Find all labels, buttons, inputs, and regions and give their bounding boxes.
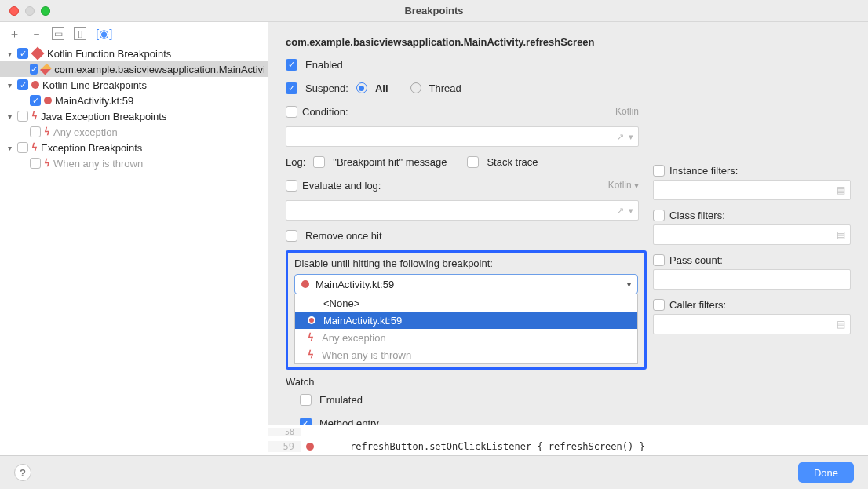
tree-item[interactable]: ϟ Any exception <box>0 124 268 140</box>
checkbox[interactable]: ✓ <box>30 64 38 75</box>
breakpoint-path: com.example.basicviewsapplication.MainAc… <box>286 36 851 48</box>
enabled-label: Enabled <box>305 59 343 71</box>
chevron-down-icon[interactable]: ▾ <box>5 112 14 121</box>
expand-icon[interactable]: ↗ <box>617 132 624 142</box>
group-by-file-icon[interactable]: ▯ <box>74 27 86 40</box>
suspend-thread-radio[interactable] <box>410 82 421 93</box>
condition-lang-hint[interactable]: Kotlin <box>615 106 639 117</box>
exception-bolt-icon: ϟ <box>308 332 314 343</box>
pass-count-checkbox[interactable] <box>653 254 665 266</box>
browse-icon[interactable]: ▤ <box>837 229 845 240</box>
disable-until-label: Disable until hitting the following brea… <box>294 257 638 269</box>
condition-checkbox[interactable] <box>286 106 297 118</box>
kotlin-diamond-icon <box>31 47 45 60</box>
combo-value: MainActivity.kt:59 <box>315 279 394 290</box>
dropdown-item[interactable]: <None> <box>295 294 637 312</box>
checkbox[interactable] <box>30 126 41 137</box>
suspend-all-radio[interactable] <box>356 82 367 93</box>
tree-group[interactable]: ▾ ϟ Exception Breakpoints <box>0 140 268 155</box>
line-breakpoint-icon <box>44 97 52 104</box>
class-filters-input[interactable]: ▤ <box>653 224 851 245</box>
pass-count-input[interactable] <box>653 269 851 290</box>
checkbox[interactable]: ✓ <box>17 79 28 90</box>
dropdown-caret-icon[interactable]: ▾ <box>629 206 633 216</box>
exception-bolt-icon: ϟ <box>44 158 50 169</box>
emulated-checkbox[interactable] <box>300 394 312 406</box>
code-preview: 58 59 refreshButton.setOnClickListener {… <box>268 425 868 455</box>
checkbox[interactable] <box>17 142 28 153</box>
condition-input[interactable]: ↗ ▾ <box>286 126 639 147</box>
checkbox[interactable] <box>17 111 28 122</box>
evaluate-input[interactable]: ↗ ▾ <box>286 200 639 221</box>
dropdown-item-label: MainActivity.kt:59 <box>323 315 402 327</box>
checkbox[interactable]: ✓ <box>17 48 28 59</box>
line-breakpoint-icon <box>308 316 315 324</box>
tree-item-label: com.example.basicviewsapplication.MainAc… <box>54 64 264 75</box>
exception-bolt-icon: ϟ <box>308 349 314 360</box>
suspend-label: Suspend: <box>305 82 348 94</box>
tree-group[interactable]: ▾ ✓ Kotlin Line Breakpoints <box>0 77 268 93</box>
tree-group[interactable]: ▾ ϟ Java Exception Breakpoints <box>0 108 268 124</box>
line-breakpoint-icon[interactable] <box>306 443 314 451</box>
add-icon[interactable]: ＋ <box>8 27 20 42</box>
browse-icon[interactable]: ▤ <box>837 184 845 195</box>
suspend-thread-label: Thread <box>429 82 461 94</box>
instance-filters-input[interactable]: ▤ <box>653 180 851 200</box>
remove-once-hit-checkbox[interactable] <box>286 230 297 242</box>
browse-icon[interactable]: ▤ <box>837 319 845 330</box>
log-stacktrace-checkbox[interactable] <box>467 156 479 168</box>
evaluate-label: Evaluate and log: <box>302 180 381 192</box>
breakpoints-sidebar: ＋ － ▭ ▯ [◉] ▾ ✓ Kotlin Function Breakpoi… <box>0 22 268 455</box>
breakpoints-tree: ▾ ✓ Kotlin Function Breakpoints ✓ com.ex… <box>0 46 268 171</box>
chevron-down-icon[interactable]: ▾ <box>5 49 14 58</box>
log-stacktrace-label: Stack trace <box>487 156 538 168</box>
tree-group-label: Kotlin Function Breakpoints <box>47 48 171 60</box>
checkbox[interactable]: ✓ <box>30 95 41 106</box>
dropdown-caret-icon[interactable]: ▾ <box>629 132 633 142</box>
caller-filters-checkbox[interactable] <box>653 299 665 311</box>
tree-item-label: MainActivity.kt:59 <box>55 95 133 107</box>
chevron-down-icon[interactable]: ▾ <box>5 144 14 152</box>
group-by-package-icon[interactable]: ▭ <box>52 27 64 40</box>
disable-until-combo[interactable]: MainActivity.kt:59 ▾ <box>294 274 638 294</box>
enabled-checkbox[interactable]: ✓ <box>286 59 297 71</box>
dropdown-item[interactable]: ϟ When any is thrown <box>295 346 637 363</box>
checkbox[interactable] <box>30 158 41 169</box>
class-filters-checkbox[interactable] <box>653 210 665 221</box>
instance-filters-checkbox[interactable] <box>653 165 665 177</box>
evaluate-checkbox[interactable] <box>286 180 297 192</box>
view-options-icon[interactable]: [◉] <box>96 27 108 41</box>
log-message-checkbox[interactable] <box>313 156 325 168</box>
caller-filters-input[interactable]: ▤ <box>653 314 851 334</box>
tree-group[interactable]: ▾ ✓ Kotlin Function Breakpoints <box>0 46 268 61</box>
tree-group-label: Exception Breakpoints <box>41 142 142 154</box>
exception-bolt-icon: ϟ <box>44 126 50 137</box>
suspend-checkbox[interactable]: ✓ <box>286 82 297 94</box>
breakpoint-details-panel: com.example.basicviewsapplication.MainAc… <box>268 22 868 455</box>
chevron-down-icon[interactable]: ▾ <box>5 81 14 89</box>
done-button[interactable]: Done <box>798 462 854 483</box>
exception-bolt-icon: ϟ <box>31 142 38 153</box>
dropdown-item[interactable]: MainActivity.kt:59 <box>295 312 637 329</box>
titlebar: Breakpoints <box>0 0 868 22</box>
emulated-label: Emulated <box>319 394 363 406</box>
dropdown-item[interactable]: ϟ Any exception <box>295 329 637 346</box>
evaluate-lang-hint[interactable]: Kotlin ▾ <box>608 180 639 191</box>
log-message-label: "Breakpoint hit" message <box>333 156 447 168</box>
tree-group-label: Java Exception Breakpoints <box>41 111 166 122</box>
line-breakpoint-icon <box>31 81 39 89</box>
tree-item[interactable]: ✓ MainActivity.kt:59 <box>0 93 268 108</box>
tree-item[interactable]: ϟ When any is thrown <box>0 155 268 171</box>
code-gutter: 59 <box>268 441 301 452</box>
line-breakpoint-icon <box>301 280 309 288</box>
instance-filters-label: Instance filters: <box>669 165 738 177</box>
code-gutter: 58 <box>268 428 301 436</box>
help-button[interactable]: ? <box>14 464 31 481</box>
suspend-all-label: All <box>375 82 388 94</box>
class-filters-label: Class filters: <box>669 210 725 221</box>
expand-icon[interactable]: ↗ <box>617 206 624 216</box>
remove-icon[interactable]: － <box>30 27 42 42</box>
code-text: refreshButton.setOnClickListener { refre… <box>319 441 645 452</box>
tree-item[interactable]: ✓ com.example.basicviewsapplication.Main… <box>0 61 268 77</box>
filters-column: Instance filters: ▤ Class filters: ▤ Pas… <box>653 165 851 339</box>
